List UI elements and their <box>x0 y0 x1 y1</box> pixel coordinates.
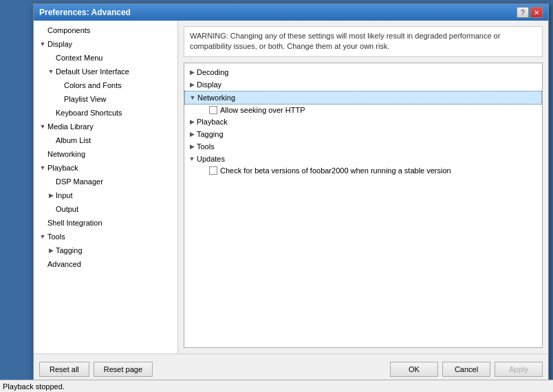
expander-advanced-left <box>38 259 47 269</box>
left-tree-panel: Components ▼ Display Context Menu ▼ Defa… <box>34 21 178 353</box>
tree-item-dsp-manager[interactable]: DSP Manager <box>34 175 177 188</box>
tree-item-playback-left[interactable]: ▼ Playback <box>34 161 177 175</box>
tree-item-output[interactable]: Output <box>34 202 177 216</box>
tree-item-networking-left[interactable]: Networking <box>34 147 177 161</box>
tree-item-tools-left[interactable]: ▼ Tools <box>34 230 177 243</box>
expander-colors <box>54 80 64 90</box>
expander-keyboard <box>46 108 56 118</box>
tree-item-input[interactable]: ▶ Input <box>34 188 177 202</box>
expander-dsp <box>46 177 56 186</box>
tree-item-shell-integration[interactable]: Shell Integration <box>34 216 177 230</box>
status-text: Playback stopped. <box>3 382 65 391</box>
title-bar-buttons: ? ✕ <box>517 7 543 18</box>
expander-networking-left <box>38 149 47 159</box>
expander-output <box>46 204 56 214</box>
cancel-button[interactable]: Cancel <box>442 362 490 377</box>
expander-input: ▶ <box>46 190 56 200</box>
expander-components <box>38 25 47 35</box>
expander-networking-r: ▼ <box>188 93 197 102</box>
expander-updates: ▼ <box>187 154 197 164</box>
right-panel: WARNING: Changing any of these settings … <box>178 21 548 353</box>
tree-item-tagging-left[interactable]: ▶ Tagging <box>34 243 177 257</box>
reset-page-button[interactable]: Reset page <box>94 362 153 377</box>
expander-tagging-left: ▶ <box>46 246 56 255</box>
footer-left: Reset all Reset page <box>39 362 386 377</box>
settings-playback[interactable]: ▶ Playback <box>184 116 542 128</box>
settings-updates[interactable]: ▼ Updates <box>184 153 542 165</box>
tree-item-advanced-left[interactable]: Advanced <box>34 257 177 271</box>
expander-display-r: ▶ <box>187 80 197 89</box>
tree-item-display[interactable]: ▼ Display <box>34 37 177 51</box>
settings-tools[interactable]: ▶ Tools <box>184 140 542 153</box>
warning-box: WARNING: Changing any of these settings … <box>184 26 543 57</box>
tree-item-album-list[interactable]: Album List <box>34 133 177 147</box>
expander-default-ui: ▼ <box>46 67 56 76</box>
expander-playback-left: ▼ <box>38 163 47 173</box>
ok-button[interactable]: OK <box>390 362 438 377</box>
tree-item-playlist-view[interactable]: Playlist View <box>34 92 177 106</box>
tree-item-media-library[interactable]: ▼ Media Library <box>34 120 177 133</box>
settings-allow-seeking[interactable]: Allow seeking over HTTP <box>184 105 542 116</box>
settings-beta-check[interactable]: Check for beta versions of foobar2000 wh… <box>184 165 542 176</box>
expander-media-library: ▼ <box>38 122 47 131</box>
settings-display[interactable]: ▶ Display <box>184 78 542 91</box>
expander-album-list <box>46 135 56 145</box>
expander-context-menu <box>46 53 56 63</box>
expander-tools-r: ▶ <box>187 142 197 151</box>
title-bar: Preferences: Advanced ? ✕ <box>34 4 548 21</box>
expander-tagging-r: ▶ <box>187 129 197 139</box>
checkbox-beta[interactable] <box>209 166 217 175</box>
expander-decoding: ▶ <box>187 67 197 77</box>
warning-text: WARNING: Changing any of these settings … <box>190 32 500 50</box>
tree-item-context-menu[interactable]: Context Menu <box>34 51 177 65</box>
expander-tools-left: ▼ <box>38 232 47 241</box>
settings-tagging[interactable]: ▶ Tagging <box>184 128 542 140</box>
expander-playback-r: ▶ <box>187 117 197 127</box>
preferences-dialog: Preferences: Advanced ? ✕ Components ▼ D… <box>33 3 549 385</box>
tree-item-components[interactable]: Components <box>34 23 177 37</box>
checkbox-allow-seeking[interactable] <box>209 106 217 114</box>
settings-networking[interactable]: ▼ Networking <box>184 91 542 105</box>
help-button[interactable]: ? <box>517 7 529 18</box>
footer-right: OK Cancel Apply <box>390 362 543 377</box>
dialog-title: Preferences: Advanced <box>39 8 131 17</box>
status-bar: Playback stopped. <box>0 380 553 392</box>
reset-all-button[interactable]: Reset all <box>39 362 89 377</box>
expander-playlist <box>54 94 64 104</box>
apply-button[interactable]: Apply <box>495 362 543 377</box>
tree-item-default-ui[interactable]: ▼ Default User Interface <box>34 65 177 78</box>
settings-decoding[interactable]: ▶ Decoding <box>184 66 542 78</box>
settings-tree: ▶ Decoding ▶ Display ▼ Networking Allow … <box>184 63 543 348</box>
expander-shell <box>38 218 47 228</box>
tree-item-keyboard-shortcuts[interactable]: Keyboard Shortcuts <box>34 106 177 120</box>
expander-display: ▼ <box>38 39 47 49</box>
close-button[interactable]: ✕ <box>530 7 543 18</box>
dialog-content: Components ▼ Display Context Menu ▼ Defa… <box>34 21 548 353</box>
tree-item-colors-fonts[interactable]: Colors and Fonts <box>34 78 177 92</box>
